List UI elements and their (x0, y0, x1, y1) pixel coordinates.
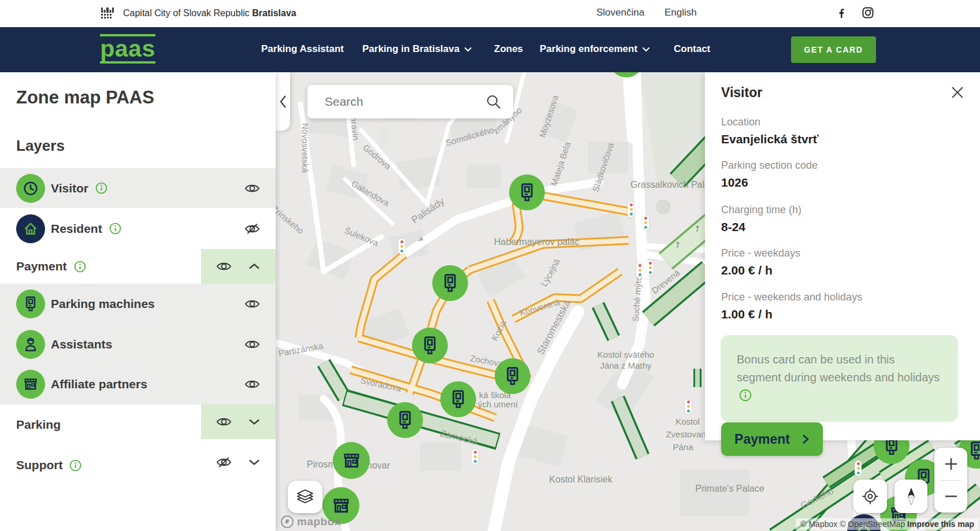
language-english[interactable]: English (665, 7, 697, 18)
map-layers-button[interactable] (288, 481, 322, 513)
compass-icon (904, 487, 919, 506)
city-label: Capital City of Slovak Republic Bratisla… (123, 8, 296, 18)
osm-attribution-link[interactable]: © OpenStreetMap (840, 519, 905, 529)
paas-logo[interactable]: paas (100, 34, 155, 64)
panel-title: Visitor (721, 85, 762, 101)
get-a-card-button[interactable]: GET A CARD (791, 36, 876, 63)
layer-row-payment[interactable]: Payment (0, 249, 276, 284)
nav-zones[interactable]: Zones (494, 43, 523, 55)
layer-row-parking-machines[interactable]: Parking machines (0, 284, 276, 324)
street-label: Zrínskeho (276, 203, 306, 236)
mapbox-logo[interactable]: mapbox (280, 515, 341, 529)
chevron-down-icon[interactable] (248, 418, 260, 425)
parking-machine-marker[interactable] (440, 381, 476, 417)
map-attribution: © Mapbox © OpenStreetMap Improve this ma… (796, 518, 979, 530)
parking-machine-marker[interactable] (509, 174, 545, 210)
logo-text: paas (100, 36, 155, 61)
street-label: Zvestovan (666, 429, 706, 439)
field-value: 8-24 (721, 220, 801, 234)
field-label: Price - weekends and holidays (721, 291, 862, 303)
visibility-eye-icon[interactable] (216, 415, 232, 428)
parking-machine-marker[interactable] (495, 358, 530, 394)
info-icon[interactable] (109, 222, 121, 235)
layer-label: Visitor (51, 181, 88, 195)
parking-machine-marker[interactable] (387, 402, 423, 438)
payment-button[interactable]: Payment (721, 422, 823, 456)
street-label: ých umení (478, 399, 518, 409)
layer-row-support[interactable]: Support (0, 445, 276, 485)
nav-contact[interactable]: Contact (674, 43, 710, 55)
nav-parking-in-bratislava[interactable]: Parking in Bratislava (362, 43, 472, 55)
bonus-note: Bonus card can be used in this segment d… (721, 335, 958, 422)
chevron-up-icon[interactable] (248, 263, 260, 270)
panel-field: Charging time (h) 8-24 (721, 204, 801, 234)
field-value: 2.00 € / h (721, 263, 800, 277)
visibility-eye-icon[interactable] (244, 298, 260, 310)
locate-button[interactable] (853, 480, 887, 513)
street-label: Jána z Mathy (600, 361, 652, 370)
layer-controls (201, 404, 276, 439)
layer-row-affiliate-partners[interactable]: Affiliate partners (0, 364, 276, 404)
street-label: Pirosm (307, 459, 336, 469)
traffic-light-icon (642, 215, 649, 231)
street-label: Kostol Klarisiek (549, 474, 612, 484)
traffic-light-icon (685, 399, 692, 414)
layers-sidebar: Zone map PAAS Layers VisitorResidentPaym… (0, 72, 276, 531)
sidebar-collapse-button[interactable] (276, 72, 290, 131)
instagram-icon[interactable] (861, 6, 875, 20)
info-icon[interactable] (95, 182, 107, 194)
search-icon[interactable] (485, 94, 502, 110)
layer-label: Assistants (51, 337, 112, 351)
chevron-down-icon (464, 47, 472, 52)
visibility-eye-icon[interactable] (244, 338, 260, 351)
traffic-light-icon (647, 260, 654, 276)
traffic-light-icon (636, 262, 643, 278)
info-icon[interactable] (739, 389, 752, 402)
zoom-out-button[interactable] (934, 481, 967, 513)
visibility-eye-icon[interactable] (244, 222, 260, 235)
zoom-in-button[interactable] (934, 448, 967, 480)
app-window: Capital City of Slovak Republic Bratisla… (0, 0, 980, 531)
panel-field: Price - weekdays 2.00 € / h (721, 247, 800, 277)
layer-row-parking[interactable]: Parking (0, 404, 276, 445)
layer-controls (201, 249, 276, 284)
mapbox-attribution-link[interactable]: © Mapbox (800, 519, 837, 529)
info-icon[interactable] (74, 261, 86, 273)
parking-machine-marker[interactable] (412, 328, 448, 363)
chevron-down-icon (642, 47, 650, 52)
layer-label: Parking machines (51, 297, 155, 311)
nav-parking-enforcement[interactable]: Parking enforcement (540, 43, 650, 55)
panel-field: Parking section code 1026 (721, 159, 818, 190)
visibility-eye-icon[interactable] (216, 456, 232, 469)
plus-icon (944, 456, 959, 471)
person-icon (16, 330, 45, 359)
visibility-eye-icon[interactable] (244, 182, 260, 195)
improve-map-link[interactable]: Improve this map (907, 519, 974, 529)
facebook-icon[interactable] (834, 6, 848, 20)
layer-row-visitor[interactable]: Visitor (0, 168, 276, 208)
language-slovencina[interactable]: Slovenčina (596, 7, 644, 18)
layer-row-resident[interactable]: Resident (0, 208, 276, 249)
close-icon[interactable] (950, 85, 965, 100)
info-icon[interactable] (69, 459, 81, 471)
city-name: Bratislava (252, 8, 296, 18)
main-navbar: paas Parking Assistant Parking in Bratis… (0, 27, 980, 72)
layer-list: VisitorResidentPayment Parking machinesA… (0, 168, 276, 485)
field-label: Location (721, 116, 819, 128)
layer-row-assistants[interactable]: Assistants (0, 324, 276, 364)
parking-machine-marker[interactable] (432, 265, 468, 301)
street-label: Mateja Bela (549, 140, 573, 187)
traffic-light-icon (855, 461, 862, 476)
compass-button[interactable] (894, 480, 927, 513)
bonus-note-text: Bonus card can be used in this segment d… (737, 353, 940, 384)
visibility-eye-icon[interactable] (216, 260, 232, 273)
visibility-eye-icon[interactable] (244, 378, 260, 391)
layer-label: Payment (16, 259, 67, 273)
chevron-down-icon[interactable] (248, 459, 260, 466)
clock-icon (16, 174, 45, 203)
field-value: Evanjelická štvrť (721, 132, 819, 146)
street-label: Šulekova (343, 225, 380, 248)
store-marker[interactable] (333, 442, 370, 479)
nav-parking-assistant[interactable]: Parking Assistant (261, 43, 344, 55)
search-input[interactable] (324, 94, 485, 109)
